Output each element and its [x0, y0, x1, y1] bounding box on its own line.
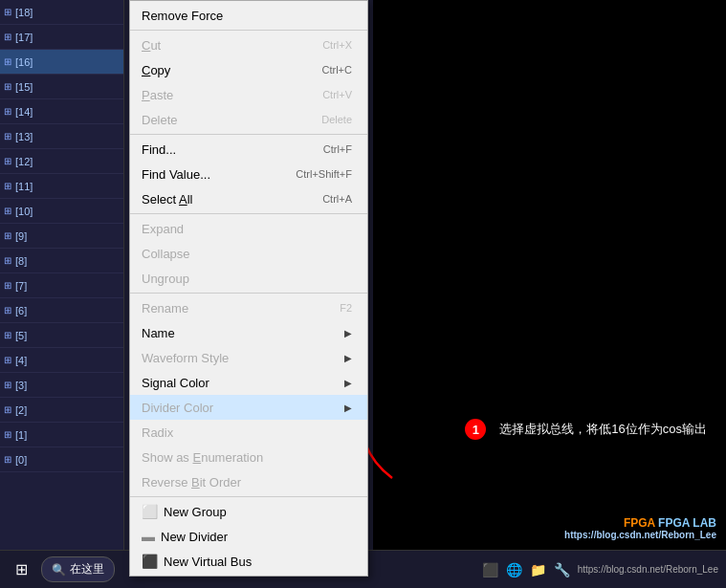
menu-item-new-group[interactable]: ⬜ New Group [130, 499, 367, 524]
select-all-shortcut: Ctrl+A [322, 193, 352, 205]
sidebar-label-0: [0] [15, 454, 27, 466]
sidebar-item-17[interactable]: ⊞ [17] [0, 25, 123, 50]
signal-icon-10: ⊞ [4, 206, 11, 216]
menu-separator-1 [130, 30, 367, 31]
sidebar-item-12[interactable]: ⊞ [12] [0, 149, 123, 174]
new-divider-label: New Divider [161, 530, 352, 544]
sidebar-label-7: [7] [15, 280, 27, 292]
sidebar-item-11[interactable]: ⊞ [11] [0, 174, 123, 199]
menu-item-new-divider[interactable]: ▬ New Divider [130, 524, 367, 549]
menu-item-show-as-enumeration[interactable]: Show as Enumeration [130, 445, 367, 469]
sidebar-item-15[interactable]: ⊞ [15] [0, 75, 123, 99]
menu-item-find[interactable]: Find... Ctrl+F [130, 137, 367, 162]
menu-item-radix[interactable]: Radix [130, 420, 367, 445]
menu-item-collapse[interactable]: Collapse [130, 241, 367, 266]
find-label: Find... [142, 142, 304, 157]
signal-icon-9: ⊞ [4, 230, 11, 241]
cut-label: Cut [142, 38, 303, 53]
menu-separator-4 [130, 293, 367, 294]
waveform-style-arrow: ▶ [344, 353, 352, 363]
menu-item-select-all[interactable]: Select All Ctrl+A [130, 186, 367, 211]
find-value-shortcut: Ctrl+Shift+F [296, 168, 352, 180]
menu-item-rename[interactable]: Rename F2 [130, 295, 367, 320]
waveform-area [373, 0, 726, 550]
cut-shortcut: Ctrl+X [322, 39, 352, 51]
new-virtual-bus-label: New Virtual Bus [164, 555, 352, 569]
name-arrow: ▶ [344, 328, 352, 338]
menu-item-ungroup[interactable]: Ungroup [130, 266, 367, 291]
sidebar-item-6[interactable]: ⊞ [6] [0, 298, 123, 323]
delete-label: Delete [142, 113, 302, 127]
waveform-style-label: Waveform Style [142, 351, 344, 365]
select-all-label: Select All [142, 192, 303, 207]
menu-separator-5 [130, 496, 367, 497]
menu-item-divider-color[interactable]: Divider Color ▶ [130, 395, 367, 420]
sidebar-item-18[interactable]: ⊞ [18] [0, 0, 123, 25]
taskbar-icon-3[interactable]: 📁 [530, 562, 546, 577]
sidebar-item-7[interactable]: ⊞ [7] [0, 273, 123, 298]
sidebar: ⊞ [18] ⊞ [17] ⊞ [16] ⊞ [15] ⊞ [14] ⊞ [13… [0, 0, 124, 550]
sidebar-label-18: [18] [15, 7, 33, 18]
remove-force-label: Remove Force [142, 9, 352, 23]
menu-item-expand[interactable]: Expand [130, 216, 367, 241]
rename-shortcut: F2 [340, 302, 352, 314]
signal-icon-7: ⊞ [4, 280, 11, 291]
signal-icon-0: ⊞ [4, 454, 11, 465]
start-button[interactable]: ⊞ [8, 556, 35, 582]
taskbar-icon-4[interactable]: 🔧 [554, 562, 570, 577]
sidebar-item-3[interactable]: ⊞ [3] [0, 373, 123, 398]
menu-separator-2 [130, 134, 367, 135]
sidebar-label-11: [11] [15, 181, 33, 192]
divider-color-label: Divider Color [142, 401, 344, 415]
signal-icon-1: ⊞ [4, 429, 11, 440]
divider-color-arrow: ▶ [344, 403, 352, 413]
menu-item-waveform-style[interactable]: Waveform Style ▶ [130, 345, 367, 370]
taskbar-icon-edge[interactable]: 🌐 [506, 562, 522, 577]
new-virtual-bus-icon: ⬛ [142, 554, 158, 569]
menu-item-new-virtual-bus[interactable]: ⬛ New Virtual Bus [130, 549, 367, 574]
menu-item-paste[interactable]: Paste Ctrl+V [130, 82, 367, 107]
sidebar-item-8[interactable]: ⊞ [8] [0, 249, 123, 273]
annotation: 1 选择虚拟总线，将低16位作为cos输出 [465, 417, 715, 442]
taskbar-time: https://blog.csdn.net/Reborn_Lee [578, 564, 718, 575]
sidebar-item-10[interactable]: ⊞ [10] [0, 199, 123, 224]
sidebar-item-0[interactable]: ⊞ [0] [0, 447, 123, 472]
taskbar-icon-1[interactable]: ⬛ [482, 562, 498, 577]
new-divider-icon: ▬ [142, 529, 155, 544]
expand-label: Expand [142, 222, 352, 236]
menu-item-remove-force[interactable]: Remove Force [130, 3, 367, 28]
menu-item-reverse-bit-order[interactable]: Reverse Bit Order [130, 469, 367, 494]
sidebar-label-15: [15] [15, 81, 33, 93]
menu-item-delete[interactable]: Delete Delete [130, 107, 367, 132]
taskbar-search[interactable]: 🔍 在这里 [41, 556, 115, 582]
menu-item-signal-color[interactable]: Signal Color ▶ [130, 370, 367, 395]
sidebar-label-5: [5] [15, 330, 27, 341]
sidebar-item-2[interactable]: ⊞ [2] [0, 398, 123, 423]
sidebar-item-4[interactable]: ⊞ [4] [0, 348, 123, 373]
signal-icon-18: ⊞ [4, 7, 11, 17]
sidebar-item-16[interactable]: ⊞ [16] [0, 50, 123, 75]
menu-item-cut[interactable]: Cut Ctrl+X [130, 33, 367, 57]
signal-icon-13: ⊞ [4, 131, 11, 142]
signal-color-arrow: ▶ [344, 378, 352, 388]
sidebar-item-1[interactable]: ⊞ [1] [0, 423, 123, 447]
menu-item-copy[interactable]: Copy Ctrl+C [130, 57, 367, 82]
menu-item-name[interactable]: Name ▶ [130, 320, 367, 345]
radix-label: Radix [142, 425, 352, 440]
signal-icon-6: ⊞ [4, 305, 11, 316]
find-value-label: Find Value... [142, 167, 276, 182]
rename-label: Rename [142, 301, 320, 316]
sidebar-item-14[interactable]: ⊞ [14] [0, 99, 123, 124]
sidebar-item-9[interactable]: ⊞ [9] [0, 224, 123, 249]
signal-icon-15: ⊞ [4, 81, 11, 92]
sidebar-label-9: [9] [15, 230, 27, 242]
signal-icon-17: ⊞ [4, 32, 11, 42]
sidebar-item-5[interactable]: ⊞ [5] [0, 323, 123, 348]
sidebar-label-16: [16] [15, 56, 33, 68]
show-as-enumeration-label: Show as Enumeration [142, 450, 352, 465]
watermark-line1: FPGA LAB [658, 516, 716, 530]
menu-item-find-value[interactable]: Find Value... Ctrl+Shift+F [130, 162, 367, 186]
signal-icon-8: ⊞ [4, 255, 11, 266]
sidebar-item-13[interactable]: ⊞ [13] [0, 124, 123, 149]
signal-icon-11: ⊞ [4, 181, 11, 191]
